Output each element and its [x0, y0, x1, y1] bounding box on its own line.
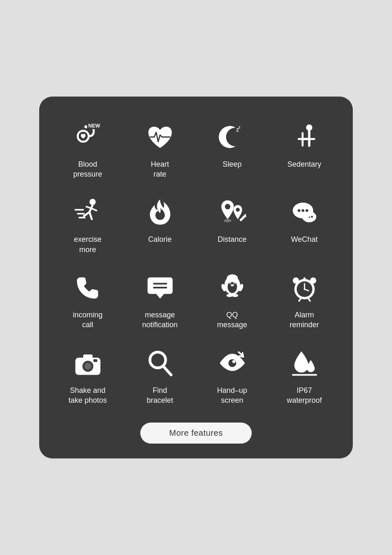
water-icon [288, 347, 321, 380]
sleep-icon: Z z [216, 120, 249, 154]
svg-point-57 [228, 359, 236, 367]
call-label: incomingcall [73, 310, 102, 330]
svg-point-45 [304, 288, 305, 290]
feature-wechat: WeChat [268, 188, 340, 264]
svg-point-58 [232, 360, 236, 363]
feature-call: incomingcall [52, 264, 124, 339]
hand-up-label: Hand–upscreen [217, 385, 247, 406]
svg-point-12 [224, 220, 231, 223]
sedentary-icon [288, 120, 321, 154]
svg-point-33 [229, 283, 230, 284]
svg-rect-48 [303, 277, 306, 280]
heart-rate-icon [144, 120, 177, 154]
distance-icon [216, 196, 249, 229]
svg-point-35 [231, 284, 234, 286]
exercise-label: exercisemore [74, 234, 102, 255]
svg-point-26 [305, 209, 308, 212]
alarm-icon [288, 271, 321, 304]
svg-point-14 [236, 208, 240, 212]
svg-point-46 [293, 277, 299, 283]
find-label: Findbracelet [146, 385, 173, 406]
feature-qq: QQmessage [196, 264, 268, 339]
svg-point-2 [84, 125, 87, 128]
svg-text:NEW: NEW [88, 123, 100, 129]
svg-point-47 [310, 277, 316, 283]
feature-sleep: Z z Sleep [196, 113, 268, 189]
feature-exercise: exercisemore [52, 188, 124, 264]
features-card: NEW Bloodpressure Heartrate [39, 97, 353, 458]
calorie-label: Calorie [148, 234, 172, 244]
svg-point-22 [311, 216, 313, 218]
svg-point-40 [227, 274, 238, 282]
sedentary-label: Sedentary [287, 159, 321, 169]
alarm-label: Alarmreminder [290, 310, 319, 330]
camera-icon [71, 347, 104, 380]
svg-line-56 [163, 366, 171, 375]
feature-distance: Distance [196, 188, 268, 264]
exercise-icon [71, 196, 104, 229]
search-icon [144, 347, 177, 380]
feature-waterproof: IP67waterproof [268, 339, 340, 415]
sleep-label: Sleep [222, 159, 241, 169]
call-icon [71, 271, 104, 304]
qq-label: QQmessage [217, 310, 247, 330]
waterproof-label: IP67waterproof [287, 385, 322, 406]
svg-text:z: z [239, 125, 241, 129]
feature-heart-rate: Heartrate [124, 113, 196, 189]
feature-alarm: Alarmreminder [268, 264, 340, 339]
feature-calorie: Calorie [124, 188, 196, 264]
calorie-icon [144, 196, 177, 229]
feature-message: messagenotification [124, 264, 196, 339]
feature-find: Findbracelet [124, 339, 196, 415]
svg-point-37 [232, 294, 238, 297]
svg-point-52 [85, 364, 90, 369]
message-icon [144, 271, 177, 304]
blood-pressure-icon: NEW [71, 120, 104, 154]
heart-rate-label: Heartrate [151, 159, 169, 179]
feature-blood-pressure: NEW Bloodpressure [52, 113, 124, 189]
svg-point-25 [301, 209, 304, 212]
feature-camera: Shake andtake photos [52, 339, 124, 415]
more-features-button[interactable]: More features [140, 423, 252, 444]
svg-rect-54 [93, 359, 97, 362]
feature-hand-up: Hand–upscreen [196, 339, 268, 415]
feature-sedentary: Sedentary [268, 113, 340, 189]
more-features-wrap: More features [52, 423, 340, 444]
svg-point-36 [226, 294, 232, 297]
wechat-icon [288, 196, 321, 229]
wechat-label: WeChat [291, 234, 318, 244]
qq-icon [216, 271, 249, 304]
distance-label: Distance [217, 234, 246, 244]
blood-pressure-label: Bloodpressure [73, 159, 102, 179]
camera-label: Shake andtake photos [68, 385, 107, 406]
features-grid: NEW Bloodpressure Heartrate [52, 113, 340, 414]
svg-point-24 [298, 209, 300, 212]
eye-icon [216, 347, 249, 380]
svg-rect-53 [83, 354, 92, 359]
message-label: messagenotification [142, 310, 177, 330]
svg-point-34 [234, 283, 235, 284]
svg-point-13 [224, 204, 230, 209]
